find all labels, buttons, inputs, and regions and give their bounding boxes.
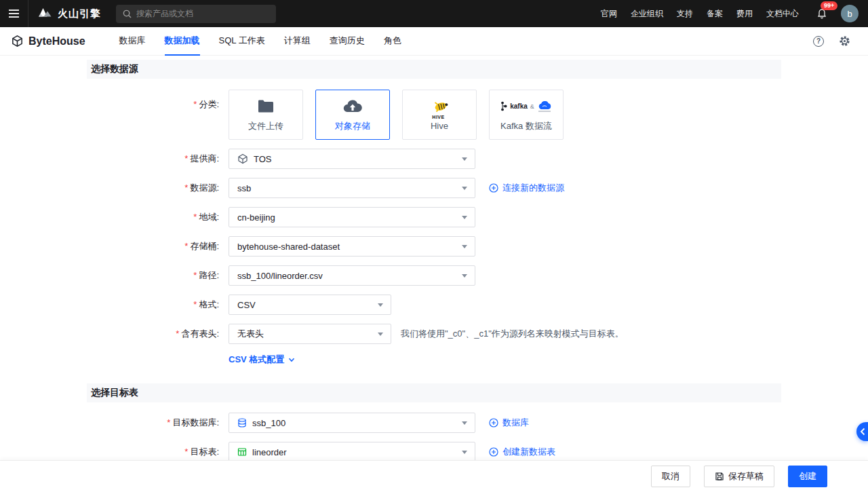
settings-gear-icon[interactable] — [839, 35, 850, 47]
hive-logo-icon — [429, 100, 450, 114]
section-title-target: 选择目标表 — [91, 387, 138, 399]
circle-plus-icon — [489, 418, 498, 428]
topbar-links: 官网 企业组织 支持 备案 费用 文档中心 — [601, 8, 799, 20]
save-icon — [715, 472, 724, 481]
region-select[interactable]: cn-beijing — [229, 207, 475, 227]
card-label: Kafka 数据流 — [500, 120, 552, 132]
card-hive[interactable]: HIVE Hive — [402, 90, 477, 140]
connect-new-datasource-link[interactable]: 连接新的数据源 — [489, 182, 564, 194]
datasource-select[interactable]: ssb — [229, 178, 475, 198]
brand-volcano: 火山引擎 — [58, 7, 101, 20]
field-label-format: *格式: — [87, 299, 229, 311]
volcano-logo[interactable]: 火山引擎 — [37, 7, 101, 20]
create-database-link[interactable]: 数据库 — [489, 417, 529, 429]
kafka-logo-icon — [500, 101, 507, 111]
topbar-link-billing[interactable]: 费用 — [736, 8, 753, 20]
card-kafka-stream[interactable]: kafka & Kafka 数据流 — [489, 90, 564, 140]
csv-config-link[interactable]: CSV 格式配置 — [229, 354, 295, 366]
menu-icon[interactable] — [0, 0, 28, 27]
target-database-select[interactable]: ssb_100 — [229, 413, 475, 433]
database-icon — [237, 418, 247, 428]
help-icon[interactable]: ? — [813, 36, 824, 47]
required-marker: * — [184, 241, 188, 251]
header-option-hint: 我们将使用"_c0"、_c1"作为源列名来映射模式与目标表。 — [401, 328, 624, 340]
select-value: lineorder — [252, 447, 287, 457]
path-select[interactable]: ssb_100/lineorder.csv — [229, 265, 475, 286]
tab-query-history[interactable]: 查询历史 — [330, 27, 365, 56]
field-label-text: 提供商: — [190, 153, 219, 164]
save-draft-button[interactable]: 保存草稿 — [704, 466, 774, 487]
create-button[interactable]: 创建 — [788, 466, 827, 487]
main-nav: 数据库 数据加载 SQL 工作表 计算组 查询历史 角色 — [119, 27, 401, 56]
card-file-upload[interactable]: 文件上传 — [229, 90, 303, 140]
target-table-select[interactable]: lineorder — [229, 442, 475, 460]
select-value: 无表头 — [237, 328, 264, 340]
cloud-caption-bar — [538, 111, 551, 112]
link-label: 数据库 — [502, 417, 529, 429]
search-icon — [123, 10, 132, 18]
format-select[interactable]: CSV — [229, 295, 391, 315]
link-label: 连接新的数据源 — [502, 182, 564, 194]
search-box[interactable] — [116, 5, 276, 23]
circle-plus-icon — [489, 447, 498, 457]
tab-databases[interactable]: 数据库 — [119, 27, 146, 56]
field-label-header-option: *含有表头: — [87, 328, 229, 340]
folder-icon — [257, 99, 275, 114]
category-cards: 文件上传 对象存储 — [229, 90, 564, 140]
app-bar: ByteHouse 数据库 数据加载 SQL 工作表 计算组 查询历史 角色 ? — [0, 27, 868, 56]
chevron-down-icon — [462, 421, 467, 425]
required-marker: * — [193, 299, 197, 309]
circle-plus-icon — [489, 183, 498, 193]
bucket-select[interactable]: bytehouse-shared-dataset — [229, 236, 475, 257]
user-avatar[interactable]: b — [841, 5, 859, 22]
bytehouse-cloud-icon — [537, 101, 552, 110]
kafka-wordmark: kafka — [510, 102, 528, 110]
cancel-button[interactable]: 取消 — [651, 466, 690, 487]
select-value: bytehouse-shared-dataset — [237, 242, 340, 252]
required-marker: * — [184, 183, 188, 193]
table-icon — [237, 447, 247, 457]
bytehouse-logo[interactable]: ByteHouse — [11, 35, 85, 48]
link-label: 创建新数据表 — [502, 446, 555, 458]
field-label-provider: *提供商: — [87, 153, 229, 165]
field-label-text: 数据源: — [190, 183, 219, 193]
select-value: ssb_100/lineorder.csv — [237, 271, 323, 281]
field-label-datasource: *数据源: — [87, 182, 229, 194]
create-table-link[interactable]: 创建新数据表 — [489, 446, 555, 458]
card-object-storage[interactable]: 对象存储 — [315, 90, 390, 140]
select-value: TOS — [254, 154, 272, 164]
button-label: 保存草稿 — [728, 470, 764, 482]
topbar-link-support[interactable]: 支持 — [677, 8, 693, 20]
required-marker: * — [193, 212, 197, 222]
search-input[interactable] — [136, 9, 269, 18]
ampersand: & — [530, 103, 534, 110]
chevron-down-icon — [288, 358, 295, 362]
required-marker: * — [193, 270, 197, 280]
field-label-target-table: *目标表: — [87, 446, 229, 458]
field-label-text: 目标表: — [190, 447, 219, 457]
hive-wordmark: HIVE — [432, 115, 444, 119]
card-label: 对象存储 — [335, 120, 370, 132]
required-marker: * — [184, 153, 188, 164]
tab-sql-worksheet[interactable]: SQL 工作表 — [219, 27, 265, 56]
cloud-upload-icon — [342, 99, 363, 114]
notification-badge: 99+ — [821, 1, 837, 10]
topbar-link-official-site[interactable]: 官网 — [601, 8, 617, 20]
field-label-bucket: *存储桶: — [87, 240, 229, 252]
field-label-text: 目标数据库: — [172, 417, 219, 428]
required-marker: * — [184, 447, 188, 457]
header-option-select[interactable]: 无表头 — [229, 324, 391, 344]
tab-compute-groups[interactable]: 计算组 — [284, 27, 311, 56]
select-value: CSV — [237, 300, 256, 310]
field-label-path: *路径: — [87, 269, 229, 282]
tos-icon — [237, 153, 248, 164]
tab-roles[interactable]: 角色 — [384, 27, 401, 56]
notification-bell[interactable]: 99+ — [816, 8, 827, 19]
topbar-link-enterprise-org[interactable]: 企业组织 — [631, 8, 663, 20]
topbar-link-docs-center[interactable]: 文档中心 — [766, 8, 799, 20]
chevron-down-icon — [462, 245, 467, 248]
tab-data-loading[interactable]: 数据加载 — [165, 27, 200, 56]
provider-select[interactable]: TOS — [229, 149, 475, 169]
topbar-link-icp-filing[interactable]: 备案 — [707, 8, 723, 20]
chevron-down-icon — [462, 187, 467, 190]
